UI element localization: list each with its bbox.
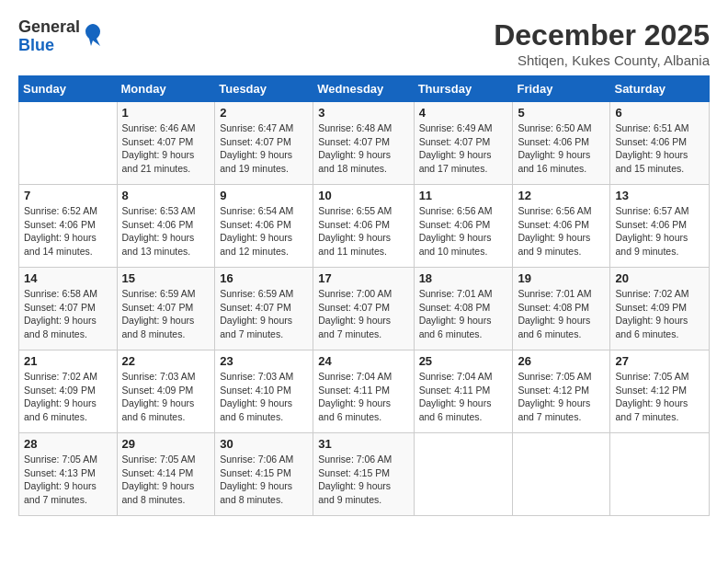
day-cell-17: 17Sunrise: 7:00 AMSunset: 4:07 PMDayligh… (313, 268, 414, 350)
day-cell-4: 4Sunrise: 6:49 AMSunset: 4:07 PMDaylight… (414, 102, 513, 185)
day-number: 26 (518, 354, 605, 368)
week-row-2: 7Sunrise: 6:52 AMSunset: 4:06 PMDaylight… (19, 185, 710, 268)
day-cell-25: 25Sunrise: 7:04 AMSunset: 4:11 PMDayligh… (414, 350, 513, 433)
logo-general: General (18, 18, 80, 37)
header-sunday: Sunday (19, 76, 118, 102)
day-info: Sunrise: 7:01 AMSunset: 4:08 PMDaylight:… (518, 287, 605, 341)
day-number: 15 (122, 271, 210, 285)
day-info: Sunrise: 7:04 AMSunset: 4:11 PMDaylight:… (318, 370, 408, 424)
day-info: Sunrise: 6:55 AMSunset: 4:06 PMDaylight:… (318, 204, 408, 259)
day-cell-16: 16Sunrise: 6:59 AMSunset: 4:07 PMDayligh… (215, 268, 313, 350)
logo-text: General Blue (18, 18, 80, 55)
day-info: Sunrise: 7:02 AMSunset: 4:09 PMDaylight:… (24, 370, 112, 424)
header-monday: Monday (117, 76, 215, 102)
logo-blue: Blue (18, 37, 80, 55)
day-cell-8: 8Sunrise: 6:53 AMSunset: 4:06 PMDaylight… (117, 185, 215, 268)
day-cell-30: 30Sunrise: 7:06 AMSunset: 4:15 PMDayligh… (215, 433, 313, 516)
day-number: 22 (122, 354, 210, 368)
day-number: 20 (615, 271, 704, 285)
day-number: 31 (318, 437, 408, 451)
day-number: 19 (518, 271, 605, 285)
day-cell-15: 15Sunrise: 6:59 AMSunset: 4:07 PMDayligh… (117, 268, 215, 350)
day-cell-11: 11Sunrise: 6:56 AMSunset: 4:06 PMDayligh… (414, 185, 513, 268)
day-cell-23: 23Sunrise: 7:03 AMSunset: 4:10 PMDayligh… (215, 350, 313, 433)
day-info: Sunrise: 6:52 AMSunset: 4:06 PMDaylight:… (24, 204, 112, 259)
day-number: 28 (24, 437, 112, 451)
logo-bird-icon (84, 22, 102, 48)
header-thursday: Thursday (414, 76, 513, 102)
day-cell-5: 5Sunrise: 6:50 AMSunset: 4:06 PMDaylight… (513, 102, 610, 185)
day-info: Sunrise: 6:46 AMSunset: 4:07 PMDaylight:… (122, 121, 210, 176)
day-info: Sunrise: 7:04 AMSunset: 4:11 PMDaylight:… (419, 370, 508, 424)
day-cell-31: 31Sunrise: 7:06 AMSunset: 4:15 PMDayligh… (313, 433, 414, 516)
day-number: 10 (318, 189, 408, 202)
location-subtitle: Shtiqen, Kukes County, Albania (494, 52, 710, 68)
title-block: December 2025 Shtiqen, Kukes County, Alb… (494, 18, 710, 68)
day-info: Sunrise: 6:56 AMSunset: 4:06 PMDaylight:… (419, 204, 508, 259)
day-number: 11 (419, 189, 508, 202)
day-info: Sunrise: 7:06 AMSunset: 4:15 PMDaylight:… (220, 453, 308, 507)
week-row-3: 14Sunrise: 6:58 AMSunset: 4:07 PMDayligh… (19, 268, 710, 350)
day-cell-29: 29Sunrise: 7:05 AMSunset: 4:14 PMDayligh… (117, 433, 215, 516)
day-info: Sunrise: 6:59 AMSunset: 4:07 PMDaylight:… (220, 287, 308, 341)
week-row-1: 1Sunrise: 6:46 AMSunset: 4:07 PMDaylight… (19, 102, 710, 185)
day-number: 3 (318, 106, 408, 120)
header-wednesday: Wednesday (313, 76, 414, 102)
week-row-4: 21Sunrise: 7:02 AMSunset: 4:09 PMDayligh… (19, 350, 710, 433)
day-number: 14 (24, 271, 112, 285)
day-number: 21 (24, 354, 112, 368)
day-number: 24 (318, 354, 408, 368)
day-info: Sunrise: 7:06 AMSunset: 4:15 PMDaylight:… (318, 453, 408, 507)
day-number: 12 (518, 189, 605, 202)
day-number: 13 (615, 189, 704, 202)
month-title: December 2025 (494, 18, 710, 52)
day-cell-24: 24Sunrise: 7:04 AMSunset: 4:11 PMDayligh… (313, 350, 414, 433)
day-number: 8 (122, 189, 210, 202)
day-number: 23 (220, 354, 308, 368)
day-cell-19: 19Sunrise: 7:01 AMSunset: 4:08 PMDayligh… (513, 268, 610, 350)
day-info: Sunrise: 7:05 AMSunset: 4:12 PMDaylight:… (615, 370, 704, 424)
day-cell-18: 18Sunrise: 7:01 AMSunset: 4:08 PMDayligh… (414, 268, 513, 350)
day-info: Sunrise: 7:05 AMSunset: 4:14 PMDaylight:… (122, 453, 210, 507)
day-number: 16 (220, 271, 308, 285)
header-tuesday: Tuesday (215, 76, 313, 102)
day-cell-21: 21Sunrise: 7:02 AMSunset: 4:09 PMDayligh… (19, 350, 118, 433)
day-info: Sunrise: 6:47 AMSunset: 4:07 PMDaylight:… (220, 121, 308, 176)
day-cell-1: 1Sunrise: 6:46 AMSunset: 4:07 PMDaylight… (117, 102, 215, 185)
day-number: 9 (220, 189, 308, 202)
day-info: Sunrise: 7:05 AMSunset: 4:12 PMDaylight:… (518, 370, 605, 424)
day-cell-20: 20Sunrise: 7:02 AMSunset: 4:09 PMDayligh… (610, 268, 710, 350)
day-info: Sunrise: 6:59 AMSunset: 4:07 PMDaylight:… (122, 287, 210, 341)
day-cell-2: 2Sunrise: 6:47 AMSunset: 4:07 PMDaylight… (215, 102, 313, 185)
day-number: 5 (518, 106, 605, 120)
empty-cell (19, 102, 118, 185)
day-cell-26: 26Sunrise: 7:05 AMSunset: 4:12 PMDayligh… (513, 350, 610, 433)
day-info: Sunrise: 7:00 AMSunset: 4:07 PMDaylight:… (318, 287, 408, 341)
day-info: Sunrise: 6:56 AMSunset: 4:06 PMDaylight:… (518, 204, 605, 259)
day-info: Sunrise: 7:03 AMSunset: 4:09 PMDaylight:… (122, 370, 210, 424)
header-friday: Friday (513, 76, 610, 102)
day-info: Sunrise: 6:50 AMSunset: 4:06 PMDaylight:… (518, 121, 605, 176)
day-cell-14: 14Sunrise: 6:58 AMSunset: 4:07 PMDayligh… (19, 268, 118, 350)
day-number: 30 (220, 437, 308, 451)
header-saturday: Saturday (610, 76, 710, 102)
day-number: 1 (122, 106, 210, 120)
day-info: Sunrise: 6:53 AMSunset: 4:06 PMDaylight:… (122, 204, 210, 259)
day-number: 6 (615, 106, 704, 120)
day-number: 25 (419, 354, 508, 368)
day-cell-10: 10Sunrise: 6:55 AMSunset: 4:06 PMDayligh… (313, 185, 414, 268)
day-cell-27: 27Sunrise: 7:05 AMSunset: 4:12 PMDayligh… (610, 350, 710, 433)
day-number: 18 (419, 271, 508, 285)
day-cell-13: 13Sunrise: 6:57 AMSunset: 4:06 PMDayligh… (610, 185, 710, 268)
day-cell-3: 3Sunrise: 6:48 AMSunset: 4:07 PMDaylight… (313, 102, 414, 185)
day-number: 29 (122, 437, 210, 451)
calendar-table: SundayMondayTuesdayWednesdayThursdayFrid… (18, 75, 710, 516)
day-info: Sunrise: 7:01 AMSunset: 4:08 PMDaylight:… (419, 287, 508, 341)
day-number: 7 (24, 189, 112, 202)
calendar-header-row: SundayMondayTuesdayWednesdayThursdayFrid… (19, 76, 710, 102)
day-cell-12: 12Sunrise: 6:56 AMSunset: 4:06 PMDayligh… (513, 185, 610, 268)
day-info: Sunrise: 7:03 AMSunset: 4:10 PMDaylight:… (220, 370, 308, 424)
logo: General Blue (18, 18, 102, 55)
day-info: Sunrise: 6:57 AMSunset: 4:06 PMDaylight:… (615, 204, 704, 259)
day-cell-28: 28Sunrise: 7:05 AMSunset: 4:13 PMDayligh… (19, 433, 118, 516)
